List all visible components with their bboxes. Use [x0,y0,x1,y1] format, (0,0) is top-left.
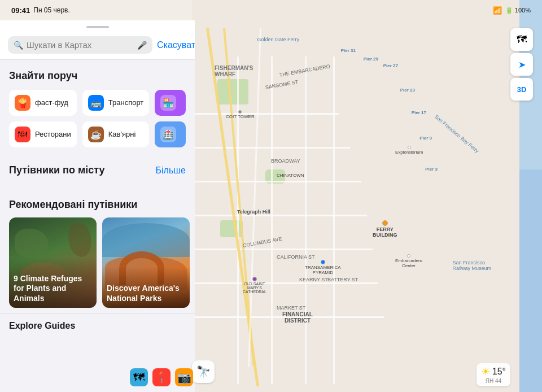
recommended-section: Рекомендовані путівники 9 Climate Refuge… [0,189,195,313]
dock-messages-icon[interactable]: 📍 [152,368,171,386]
parks-title: Discover America's National Parks [107,284,185,303]
temperature-value: ☀ 15° [481,365,506,378]
3d-label: 3D [517,85,527,94]
temperature-badge: ☀ 15° ЯН 44 [477,363,510,386]
cancel-button[interactable]: Скасувати [157,40,195,50]
extra2-icon: 🏥 [160,127,176,142]
cafe-icon: ☕ [88,127,104,142]
binoculars-icon: 🔭 [196,365,211,378]
pier-27-label: Pier 27 [383,63,398,68]
old-saint-mary-poi: OLD SAINTMARY'SCATHEDRAL [243,277,266,294]
telegraph-hill-label: Telegraph Hill [237,209,270,215]
dock-camera-icon[interactable]: 📷 [175,368,193,386]
city-guides-section: Путівники по місту Більше s Vegas United… [0,154,195,189]
transport-label: Транспорт [108,98,144,107]
extra1-icon: 🏪 [160,95,176,111]
pier-17-label: Pier 17 [412,110,426,115]
3d-button[interactable]: 3D [510,78,533,101]
status-right: 📶 🔋 100% [493,6,531,15]
microphone-icon[interactable]: 🎤 [137,41,147,50]
search-input-wrap[interactable]: 🔍 🎤 [8,36,152,54]
dock-icons-area: 🗺 📍 📷 [130,368,193,386]
pier-3-label: Pier 3 [425,167,438,172]
nearby-cafes[interactable]: ☕ Кав'ярні [82,121,150,147]
explore-guides-title: Explore Guides [9,321,75,330]
pier-23-label: Pier 23 [400,88,415,93]
coit-tower-poi: COIT TOWER [226,110,255,119]
explore-guides-section: Explore Guides [0,313,195,338]
status-time: 09:41 [11,6,30,15]
sf-railway-museum-label: San FranciscoRailway Museum [452,260,491,271]
market-label: MARKET ST [277,305,305,311]
location-button[interactable]: ➤ [510,53,533,76]
california-label: CALIFORNIA ST [277,254,315,260]
exploratorium-poi: Exploratorium [395,146,423,155]
location-icon: ➤ [518,59,526,70]
find-nearby-title: Знайти поруч [9,70,186,82]
map-controls: 🗺 ➤ 3D [510,28,533,101]
broadway-label: BROADWAY [271,158,300,164]
transport-icon: 🚌 [88,95,104,111]
recommended-list: 9 Climate Refuges for Plants and Animals… [9,217,186,308]
find-nearby-grid: 🍟 фаст-фуд 🚌 Транспорт 🏪 🍽 Ресторани ☕ К… [9,90,186,147]
nearby-fastfood[interactable]: 🍟 фаст-фуд [9,90,77,116]
sun-icon: ☀ [481,365,490,378]
restaurant-label: Ресторани [35,130,71,139]
city-guides-title: Путівники по місту [9,164,105,176]
recommended-title: Рекомендовані путівники [9,199,186,211]
chinatown-poi: CHINATOWN [277,172,304,178]
drag-handle [86,26,109,28]
temperature-date: ЯН 44 [486,378,501,384]
search-bar-area: 🔍 🎤 Скасувати [0,31,195,60]
financial-district-poi: FINANCIALDISTRICT [282,311,313,324]
nearby-extra2[interactable]: 🏥 [155,121,186,147]
nearby-transport[interactable]: 🚌 Транспорт [82,90,150,116]
status-left: 09:41 Пн 05 черв. [11,6,70,15]
transamerica-poi: TRANSAMERICAPYRAMID [305,260,341,275]
pier-31-label: Pier 31 [341,48,356,53]
status-bar: 09:41 Пн 05 черв. 📶 🔋 100% [0,0,542,20]
kearny-label: KEARNY ST [299,277,328,282]
city-guides-more-button[interactable]: Більше [156,165,186,176]
drag-handle-area [0,20,195,31]
rec-card-parks[interactable]: Discover America's National Parks [102,217,190,308]
embarcadero-center-poi: EmbarcaderoCenter [395,254,422,268]
status-day: Пн 05 черв. [33,6,70,14]
battery-label: BATTERY ST [327,277,359,282]
climate-overlay: 9 Climate Refuges for Plants and Animals [9,257,97,308]
temperature-number: 15° [492,367,506,377]
battery-icon: 🔋 100% [505,7,531,14]
climate-title: 9 Climate Refuges for Plants and Animals [14,274,92,304]
search-icon: 🔍 [14,41,23,50]
city-guides-header: Путівники по місту Більше [9,164,186,176]
fishermans-wharf-label: FISHERMAN'SWHARF [215,65,253,77]
dock-maps-icon[interactable]: 🗺 [130,368,148,386]
map-view-icon: 🗺 [517,34,527,46]
search-input[interactable] [27,40,134,50]
sidebar-panel: 🔍 🎤 Скасувати Знайти поруч 🍟 фаст-фуд 🚌 … [0,20,195,392]
map-view-button[interactable]: 🗺 [510,28,533,51]
nearby-restaurants[interactable]: 🍽 Ресторани [9,121,77,147]
fastfood-label: фаст-фуд [35,98,68,107]
nearby-extra1[interactable]: 🏪 [155,90,186,116]
parks-overlay: Discover America's National Parks [102,267,190,308]
pier-9-label: Pier 9 [419,136,432,141]
fastfood-icon: 🍟 [15,95,30,111]
rec-card-climate[interactable]: 9 Climate Refuges for Plants and Animals [9,217,97,308]
ferry-building-poi: FERRYBUILDING [373,220,397,238]
restaurant-icon: 🍽 [15,127,30,142]
find-nearby-section: Знайти поруч 🍟 фаст-фуд 🚌 Транспорт 🏪 🍽 … [0,60,195,154]
cafe-label: Кав'ярні [108,130,136,139]
wifi-icon: 📶 [493,6,502,15]
binoculars-button[interactable]: 🔭 [192,360,215,383]
pier-29-label: Pier 29 [364,56,378,62]
golden-gate-ferry-label: Golden Gate Ferry [257,37,299,42]
